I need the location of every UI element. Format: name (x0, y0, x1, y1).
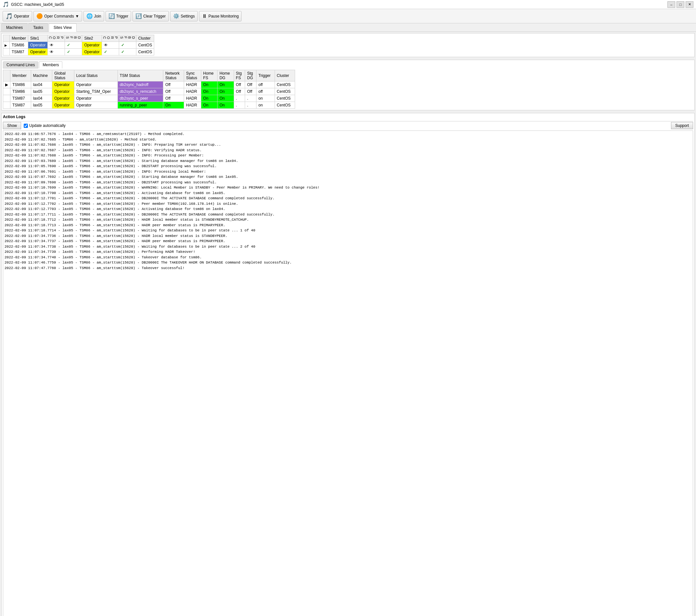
log-line: 2022-02-09 11:07:03.7689 - lax05 - TSM86… (4, 158, 692, 164)
dropdown-arrow-icon: ▼ (75, 14, 79, 18)
mem-row-trigger: off (256, 81, 275, 88)
log-line: 2022-02-09 11:07:06.7691 - lax05 - TSM86… (4, 169, 692, 175)
mem-row-homedg: On (218, 81, 234, 88)
log-line: 2022-02-09 11:07:34.7736 - lax05 - TSM86… (4, 233, 692, 239)
log-line: 2022-02-09 11:07:18.7712 - lax05 - TSM86… (4, 217, 692, 223)
clear-trigger-icon: 🔃 (136, 13, 142, 19)
sites-row-arrow: ▶ (3, 42, 10, 49)
settings-button[interactable]: ⚙️ Settings (170, 11, 198, 21)
mem-row-stgfs: . (234, 102, 245, 109)
title-bar: 🎵 GSCC: machines_lax04_lax05 – □ ✕ (0, 0, 696, 9)
update-auto-checkbox[interactable] (24, 124, 28, 128)
sites-row-cluster: CentOS (136, 49, 154, 56)
sites-panel: Member Site1 PROC DBFS Site2 PROC DBFS C… (1, 33, 695, 57)
show-button[interactable]: Show (3, 122, 21, 129)
log-line: 2022-02-09 11:07:02.7685 - TSM86 - am_st… (4, 137, 692, 142)
sites-row-member: TSM87 (10, 49, 28, 56)
log-line: 2022-02-09 11:07:02.7687 - lax05 - TSM86… (4, 148, 692, 153)
main-content: Member Site1 PROC DBFS Site2 PROC DBFS C… (0, 32, 696, 616)
mem-row-cluster: CentOS (275, 102, 295, 109)
pause-monitoring-button[interactable]: ⏸ Pause Monitoring (199, 11, 241, 21)
mem-row-stgfs: . (234, 95, 245, 102)
col-cluster: Cluster (136, 35, 154, 42)
sites-table-body: ▶TSM86Operator👁✓Operator👁✓CentOSTSM87Ope… (3, 42, 154, 56)
clear-trigger-button[interactable]: 🔃 Clear Trigger (132, 11, 169, 21)
mem-row-stgdg: . (245, 95, 256, 102)
settings-icon: ⚙️ (173, 13, 179, 19)
sites-row-dbfs1: ✓ (65, 49, 82, 56)
mem-row-stgfs: Off (234, 81, 245, 88)
members-table-container: Member Machine GlobalStatus Local Status… (3, 70, 693, 109)
col-m-stgfs: StgFS (234, 70, 245, 81)
log-line: 2022-02-09 11:07:18.7713 - lax05 - TSM86… (4, 223, 692, 228)
mem-row-network: Off (163, 88, 184, 95)
mem-row-member: TSM86 (11, 81, 31, 88)
operator-icon: 🎵 (5, 13, 13, 20)
support-button[interactable]: Support (671, 122, 693, 129)
mem-row-homefs: On (201, 81, 217, 88)
tab-members[interactable]: Members (39, 61, 62, 68)
log-line: 2022-02-09 11:07:34.7739 - lax05 - TSM86… (4, 249, 692, 255)
logs-toolbar-left: Show Update automatically (3, 122, 66, 129)
update-auto-label[interactable]: Update automatically (24, 123, 66, 128)
log-line: 2022-02-09 11:07:09.7698 - lax05 - TSM86… (4, 180, 692, 185)
col-site1: Site1 (28, 35, 48, 42)
tab-machines[interactable]: Machines (1, 23, 28, 31)
members-panel-tabs: Command Lines Members (3, 61, 693, 68)
sites-row-proc2: ✓ (101, 49, 119, 56)
col-site2: Site2 (82, 35, 101, 42)
trigger-button[interactable]: 🔄 Trigger (106, 11, 131, 21)
mem-row-tsm: db2sysc_s_remcatch (117, 88, 163, 95)
col-m-homedg: HomeDG (218, 70, 234, 81)
title-bar-text: GSCC: machines_lax04_lax05 (11, 2, 64, 7)
log-line: 2022-02-09 11:07:46.7759 - lax05 - TSM86… (4, 260, 692, 266)
mem-row-network: Off (163, 81, 184, 88)
sites-row-proc1: 👁 (48, 42, 65, 49)
maximize-button[interactable]: □ (677, 1, 684, 8)
mem-row-homefs: On (201, 95, 217, 102)
mem-row-stgdg: . (245, 102, 256, 109)
logs-content[interactable]: 2022-02-09 11:06:57.7676 - lax04 - TSM86… (3, 130, 693, 616)
mem-row-local: Operator (74, 81, 117, 88)
log-line: 2022-02-09 11:06:57.7676 - lax04 - TSM86… (4, 131, 692, 137)
col-m-arrow (3, 70, 11, 81)
sites-row-dbfs2: ✓ (119, 42, 136, 49)
tab-tasks[interactable]: Tasks (28, 23, 48, 31)
log-line: 2022-02-09 11:07:05.7690 - lax05 - TSM86… (4, 163, 692, 169)
sites-row-dbfs1: ✓ (65, 42, 82, 49)
mem-row-global: Operator (52, 95, 74, 102)
tab-command-lines[interactable]: Command Lines (3, 61, 38, 68)
mem-row-trigger: on (256, 102, 275, 109)
log-line: 2022-02-09 11:07:12.7701 - lax05 - TSM86… (4, 196, 692, 201)
app-icon: 🎵 (3, 1, 9, 7)
log-line: 2022-02-09 11:07:17.7711 - lax05 - TSM86… (4, 212, 692, 218)
logs-toolbar: Show Update automatically Support (3, 122, 693, 129)
mem-row-network: On (163, 102, 184, 109)
log-line: 2022-02-09 11:07:12.7702 - lax05 - TSM86… (4, 201, 692, 207)
mem-row-tsm: db2sync_hadroff (117, 81, 163, 88)
minimize-button[interactable]: – (667, 1, 675, 8)
join-icon: 🌐 (86, 13, 93, 19)
close-button[interactable]: ✕ (685, 1, 693, 8)
action-logs-panel: Action Logs Show Update automatically Su… (1, 113, 695, 616)
log-line: 2022-02-09 11:07:02.7688 - lax05 - TSM86… (4, 153, 692, 158)
mem-row-trigger: on (256, 95, 275, 102)
join-button[interactable]: 🌐 Join (83, 11, 104, 21)
log-line: 2022-02-09 11:07:47.7760 - lax05 - TSM86… (4, 266, 692, 271)
sites-row-proc2: 👁 (101, 42, 119, 49)
log-line: 2022-02-09 11:07:07.7692 - lax05 - TSM86… (4, 174, 692, 180)
mem-row-stgdg: Off (245, 81, 256, 88)
tab-sites-view[interactable]: Sites View (49, 23, 77, 32)
sites-row-proc1: 👁 (48, 49, 65, 56)
col-m-local: Local Status (74, 70, 117, 81)
mem-row-global: Operator (52, 88, 74, 95)
toolbar: 🎵 Operator 🟠 Oper Commands ▼ 🌐 Join 🔄 Tr… (0, 9, 696, 23)
col-m-tsm: TSM Status (117, 70, 163, 81)
oper-commands-button[interactable]: 🟠 Oper Commands ▼ (33, 11, 82, 21)
col-m-global: GlobalStatus (52, 70, 74, 81)
mem-row-global: Operator (52, 81, 74, 88)
mem-row-stgdg: Off (245, 88, 256, 95)
mem-row-machine: lax04 (31, 81, 52, 88)
col-member: Member (10, 35, 28, 42)
operator-button[interactable]: 🎵 Operator (3, 11, 32, 21)
